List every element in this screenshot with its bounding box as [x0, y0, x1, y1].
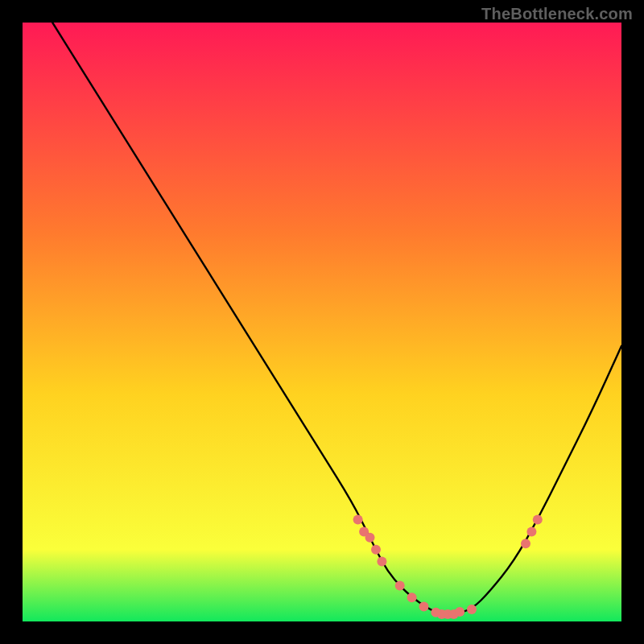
- highlight-marker: [365, 533, 375, 543]
- highlight-marker: [353, 515, 363, 525]
- highlight-marker: [371, 545, 381, 555]
- highlight-marker: [533, 515, 543, 525]
- chart-frame: [23, 23, 621, 621]
- highlight-marker: [377, 557, 386, 567]
- highlight-marker: [419, 601, 429, 611]
- watermark-text: TheBottleneck.com: [481, 5, 633, 23]
- highlight-marker: [526, 526, 536, 536]
- highlight-marker: [455, 607, 464, 617]
- bottleneck-chart: [23, 23, 621, 621]
- highlight-marker: [467, 605, 477, 614]
- highlight-marker: [407, 592, 417, 602]
- highlight-marker: [521, 539, 530, 548]
- highlight-marker: [395, 580, 405, 590]
